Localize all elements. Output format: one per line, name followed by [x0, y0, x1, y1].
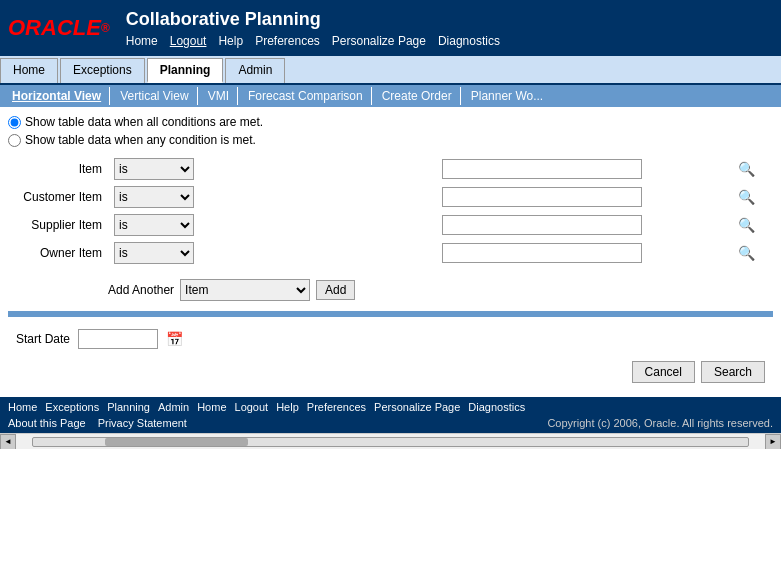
tab-admin[interactable]: Admin [225, 58, 285, 83]
footer-about-privacy: About this Page Privacy Statement [8, 417, 187, 429]
customer-item-label: Customer Item [8, 183, 108, 211]
owner-search-button[interactable]: 🔍 [738, 245, 755, 261]
nav-preferences[interactable]: Preferences [255, 34, 320, 48]
content: Show table data when all conditions are … [0, 107, 781, 397]
subnav-planner[interactable]: Planner Wo... [463, 87, 551, 105]
filter-table: Item is is not contains 🔍 Customer Item [8, 155, 773, 267]
footer-nav: Home Exceptions Planning Admin Home Logo… [8, 401, 773, 413]
section-divider [8, 311, 773, 317]
add-another-row: Add Another Item Customer Item Supplier … [108, 275, 773, 305]
header: ORACLE® Collaborative Planning Home Logo… [0, 0, 781, 56]
footer-logout[interactable]: Logout [235, 401, 269, 413]
scrollbar-thumb [105, 438, 248, 446]
customer-spacer [236, 183, 436, 211]
owner-condition-cell: is is not [108, 239, 236, 267]
footer-admin[interactable]: Admin [158, 401, 189, 413]
item-label: Item [8, 155, 108, 183]
add-another-select[interactable]: Item Customer Item Supplier Item Owner I… [180, 279, 310, 301]
copyright-text: Copyright (c) 2006, Oracle. All rights r… [547, 417, 773, 429]
tab-exceptions[interactable]: Exceptions [60, 58, 145, 83]
owner-spacer [236, 239, 436, 267]
start-date-label: Start Date [16, 332, 70, 346]
table-row: Owner Item is is not 🔍 [8, 239, 773, 267]
customer-condition-select[interactable]: is is not [114, 186, 194, 208]
subnav-vertical[interactable]: Vertical View [112, 87, 197, 105]
footer-preferences[interactable]: Preferences [307, 401, 366, 413]
add-another-label: Add Another [108, 283, 174, 297]
item-condition-cell: is is not contains [108, 155, 236, 183]
start-date-input[interactable] [78, 329, 158, 349]
owner-search-cell: 🔍 [732, 239, 773, 267]
subnav: Horizontal View Vertical View VMI Foreca… [0, 85, 781, 107]
radio-all-label: Show table data when all conditions are … [25, 115, 263, 129]
subnav-horizontal[interactable]: Horizontal View [4, 87, 110, 105]
about-page-link[interactable]: About this Page [8, 417, 86, 429]
scroll-right-button[interactable]: ► [765, 434, 781, 450]
footer-home[interactable]: Home [8, 401, 37, 413]
nav-logout[interactable]: Logout [170, 34, 207, 48]
calendar-icon: 📅 [166, 331, 183, 347]
tab-planning[interactable]: Planning [147, 58, 224, 83]
customer-search-icon: 🔍 [738, 189, 755, 205]
owner-search-icon: 🔍 [738, 245, 755, 261]
calendar-button[interactable]: 📅 [166, 331, 183, 347]
supplier-condition-cell: is is not [108, 211, 236, 239]
customer-search-button[interactable]: 🔍 [738, 189, 755, 205]
tab-row: Home Exceptions Planning Admin [0, 56, 781, 85]
subnav-forecast[interactable]: Forecast Comparison [240, 87, 372, 105]
item-value-cell [436, 155, 732, 183]
table-row: Supplier Item is is not 🔍 [8, 211, 773, 239]
scroll-left-button[interactable]: ◄ [0, 434, 16, 450]
scrollbar-track[interactable] [32, 437, 749, 447]
tab-home[interactable]: Home [0, 58, 58, 83]
table-row: Item is is not contains 🔍 [8, 155, 773, 183]
subnav-vmi[interactable]: VMI [200, 87, 238, 105]
owner-condition-select[interactable]: is is not [114, 242, 194, 264]
supplier-value-cell [436, 211, 732, 239]
customer-value-cell [436, 183, 732, 211]
customer-value-input[interactable] [442, 187, 642, 207]
scrollbar-area: ◄ ► [0, 433, 781, 449]
radio-any-condition: Show table data when any condition is me… [8, 133, 773, 147]
nav-diagnostics[interactable]: Diagnostics [438, 34, 500, 48]
nav-help[interactable]: Help [218, 34, 243, 48]
item-search-button[interactable]: 🔍 [738, 161, 755, 177]
owner-value-cell [436, 239, 732, 267]
footer-planning[interactable]: Planning [107, 401, 150, 413]
cancel-button[interactable]: Cancel [632, 361, 695, 383]
owner-value-input[interactable] [442, 243, 642, 263]
table-row: Customer Item is is not 🔍 [8, 183, 773, 211]
subnav-create-order[interactable]: Create Order [374, 87, 461, 105]
action-row: Cancel Search [8, 355, 773, 389]
footer-personalize[interactable]: Personalize Page [374, 401, 460, 413]
supplier-item-label: Supplier Item [8, 211, 108, 239]
nav-personalize[interactable]: Personalize Page [332, 34, 426, 48]
item-value-input[interactable] [442, 159, 642, 179]
footer-bottom: About this Page Privacy Statement Copyri… [8, 417, 773, 429]
nav-home[interactable]: Home [126, 34, 158, 48]
supplier-condition-select[interactable]: is is not [114, 214, 194, 236]
item-spacer [236, 155, 436, 183]
supplier-search-button[interactable]: 🔍 [738, 217, 755, 233]
add-button[interactable]: Add [316, 280, 355, 300]
radio-all-input[interactable] [8, 116, 21, 129]
radio-any-input[interactable] [8, 134, 21, 147]
owner-item-label: Owner Item [8, 239, 108, 267]
footer-exceptions[interactable]: Exceptions [45, 401, 99, 413]
top-nav: Home Logout Help Preferences Personalize… [126, 34, 500, 48]
footer-help[interactable]: Help [276, 401, 299, 413]
customer-search-cell: 🔍 [732, 183, 773, 211]
footer-diagnostics[interactable]: Diagnostics [468, 401, 525, 413]
item-search-icon: 🔍 [738, 161, 755, 177]
radio-all-conditions: Show table data when all conditions are … [8, 115, 773, 129]
oracle-logo: ORACLE® [8, 15, 110, 41]
privacy-link[interactable]: Privacy Statement [98, 417, 187, 429]
start-date-row: Start Date 📅 [8, 323, 773, 355]
app-title: Collaborative Planning [126, 9, 500, 30]
search-button[interactable]: Search [701, 361, 765, 383]
supplier-search-icon: 🔍 [738, 217, 755, 233]
item-condition-select[interactable]: is is not contains [114, 158, 194, 180]
footer-home2[interactable]: Home [197, 401, 226, 413]
item-search-cell: 🔍 [732, 155, 773, 183]
supplier-value-input[interactable] [442, 215, 642, 235]
